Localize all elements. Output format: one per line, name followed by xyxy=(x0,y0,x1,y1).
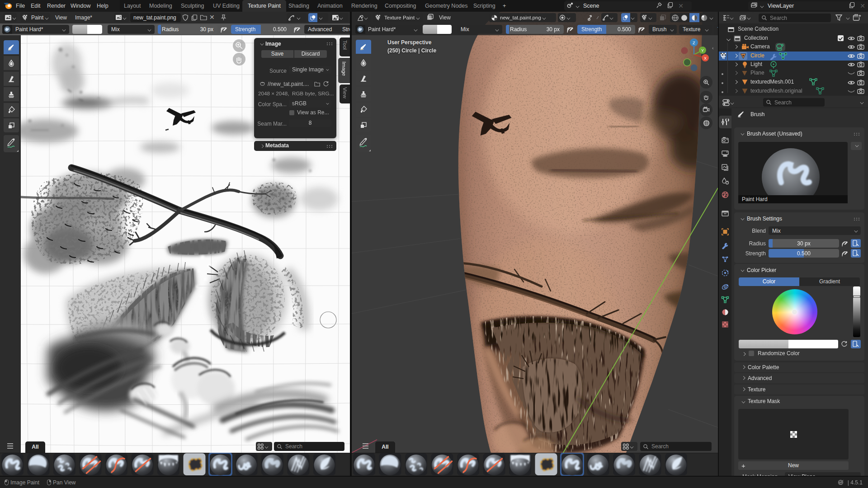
svg-text:X: X xyxy=(704,56,707,61)
svg-text:Z: Z xyxy=(693,40,695,45)
svg-text:Y: Y xyxy=(701,48,704,53)
